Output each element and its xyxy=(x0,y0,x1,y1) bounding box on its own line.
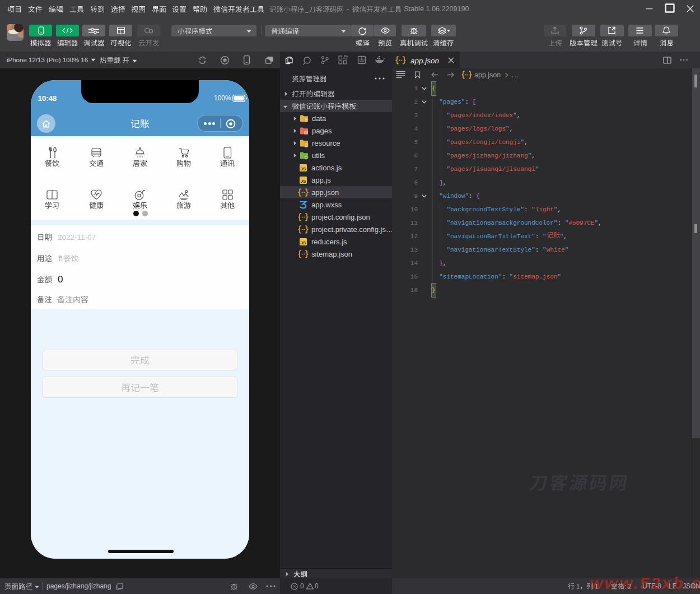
svg-text:JS: JS xyxy=(301,178,306,183)
svg-text:JS: JS xyxy=(301,240,306,245)
svg-text:JS: JS xyxy=(301,166,306,171)
